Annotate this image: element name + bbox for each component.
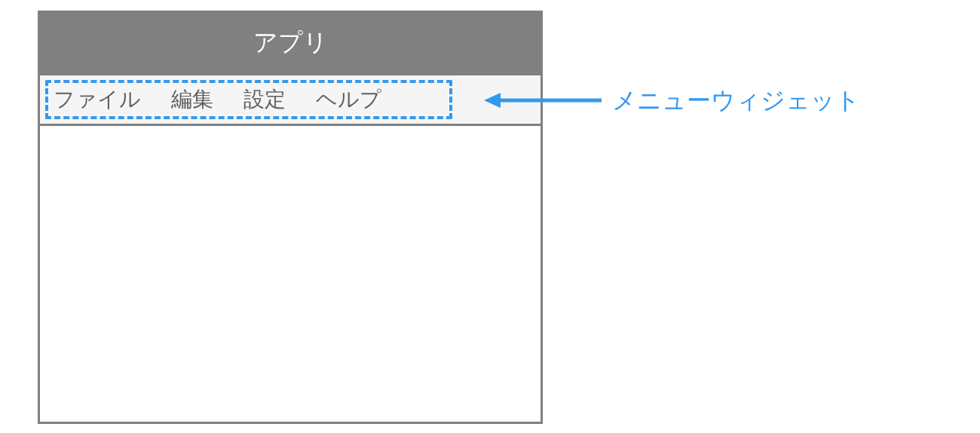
app-window: アプリ ファイル 編集 設定 ヘルプ [38, 11, 543, 424]
window-title: アプリ [253, 26, 328, 60]
menu-bar: ファイル 編集 設定 ヘルプ [40, 73, 541, 126]
title-bar: アプリ [40, 13, 541, 73]
menu-item-settings[interactable]: 設定 [243, 85, 286, 114]
menu-item-help[interactable]: ヘルプ [316, 85, 381, 114]
menu-item-edit[interactable]: 編集 [171, 85, 213, 114]
annotation-label: メニューウィジェット [612, 84, 860, 118]
menu-item-file[interactable]: ファイル [54, 85, 141, 114]
